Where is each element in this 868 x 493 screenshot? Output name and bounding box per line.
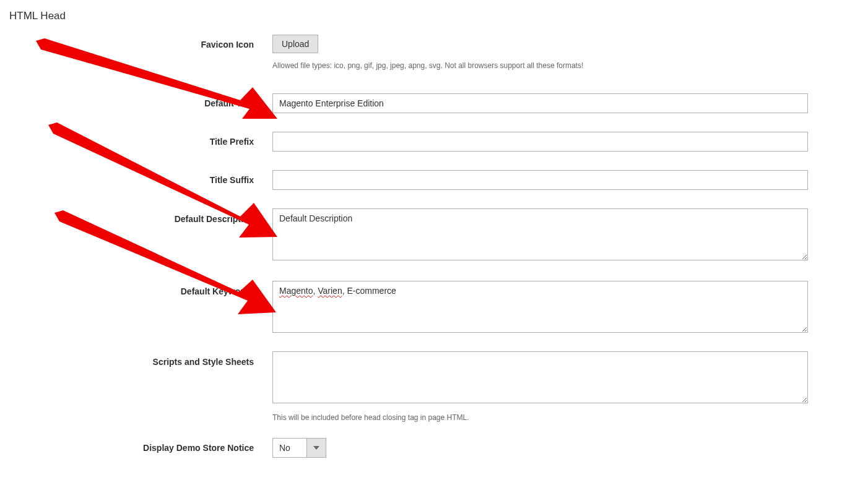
label-title-suffix: Title Suffix <box>0 170 272 190</box>
row-default-title: Default Title <box>0 93 868 113</box>
row-default-description: Default Description Default Description <box>0 208 868 262</box>
row-demo-notice: Display Demo Store Notice No <box>0 438 868 458</box>
label-demo-notice: Display Demo Store Notice <box>0 438 272 458</box>
title-suffix-input[interactable] <box>272 170 808 190</box>
label-default-title: Default Title <box>0 93 272 113</box>
scripts-hint: This will be included before head closin… <box>272 413 808 423</box>
keyword-varien: Varien <box>318 286 342 296</box>
demo-notice-value: No <box>272 438 306 458</box>
keyword-magento: Magento <box>279 286 313 296</box>
default-keywords-textarea[interactable]: Magento, Varien, E-commerce <box>272 281 808 333</box>
chevron-down-icon <box>313 446 319 450</box>
section-title: HTML Head <box>0 0 868 22</box>
row-title-prefix: Title Prefix <box>0 132 868 152</box>
default-description-textarea[interactable]: Default Description <box>272 208 808 260</box>
row-favicon: Favicon Icon Upload Allowed file types: … <box>0 35 868 71</box>
demo-notice-select[interactable]: No <box>272 438 326 458</box>
label-scripts: Scripts and Style Sheets <box>0 351 272 369</box>
row-title-suffix: Title Suffix <box>0 170 868 190</box>
upload-button[interactable]: Upload <box>272 35 318 53</box>
default-title-input[interactable] <box>272 93 808 113</box>
keyword-rest: , E-commerce <box>342 286 396 296</box>
scripts-textarea[interactable] <box>272 351 808 403</box>
favicon-hint: Allowed file types: ico, png, gif, jpg, … <box>272 61 808 71</box>
row-default-keywords: Default Keywords Magento, Varien, E-comm… <box>0 281 868 333</box>
html-head-form: Favicon Icon Upload Allowed file types: … <box>0 22 868 458</box>
label-default-keywords: Default Keywords <box>0 281 272 298</box>
label-title-prefix: Title Prefix <box>0 132 272 152</box>
select-dropdown-button[interactable] <box>306 438 326 458</box>
label-default-description: Default Description <box>0 208 272 226</box>
row-scripts: Scripts and Style Sheets This will be in… <box>0 351 868 423</box>
title-prefix-input[interactable] <box>272 132 808 152</box>
label-favicon-icon: Favicon Icon <box>0 35 272 54</box>
